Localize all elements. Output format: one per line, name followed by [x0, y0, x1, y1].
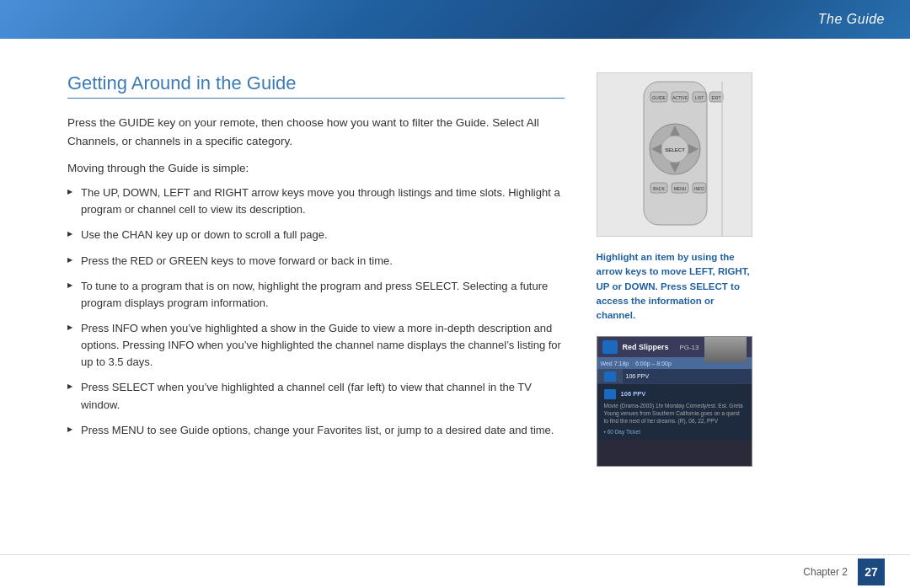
svg-text:EXIT: EXIT — [711, 95, 720, 100]
svg-text:GUIDE: GUIDE — [652, 95, 666, 100]
list-item: Press the RED or GREEN keys to move forw… — [67, 253, 565, 270]
guide-info-logo-icon — [604, 389, 616, 399]
guide-rating: PG-13 — [679, 344, 699, 351]
guide-header-bar: Red Slippers PG-13 — [597, 337, 752, 357]
guide-ticket: ▪ 60 Day Ticket — [604, 429, 745, 435]
list-item: The UP, DOWN, LEFT and RIGHT arrow keys … — [67, 184, 565, 218]
guide-channel-name: 106 PPV — [623, 369, 752, 383]
image-column: GUIDE ACTIVE LIST EXIT — [590, 72, 758, 554]
intro-paragraph: Press the GUIDE key on your remote, then… — [67, 114, 565, 150]
guide-info-channel: 106 PPV — [604, 389, 745, 399]
list-item: Press MENU to see Guide options, change … — [67, 422, 565, 439]
page-number: 27 — [858, 559, 885, 585]
list-item: Press SELECT when you’ve highlighted a c… — [67, 379, 565, 413]
guide-logo-icon — [602, 340, 618, 354]
guide-channel-num — [597, 369, 623, 383]
remote-control-image: GUIDE ACTIVE LIST EXIT — [597, 72, 752, 237]
subheading: Moving through the Guide is simple: — [67, 162, 565, 174]
svg-text:SELECT: SELECT — [665, 147, 685, 152]
footer: Chapter 2 27 — [0, 554, 910, 588]
bullet-list: The UP, DOWN, LEFT and RIGHT arrow keys … — [67, 184, 565, 439]
guide-show-title: Red Slippers — [623, 343, 680, 351]
header-bar: The Guide — [0, 0, 910, 39]
guide-channel-row: 106 PPV — [597, 369, 752, 384]
chapter-label: Chapter 2 — [803, 566, 848, 578]
section-title: Getting Around in the Guide — [67, 72, 565, 99]
guide-screenshot: Red Slippers PG-13 Wed 7:18p 6:00p – 8:0… — [597, 336, 752, 467]
guide-channel-name-text: 106 PPV — [626, 373, 650, 379]
list-item: To tune to a program that is on now, hig… — [67, 278, 565, 312]
guide-info-description: Movie (Drama-2003) 1hr Monday Comedy/est… — [604, 402, 745, 425]
list-item: Press INFO when you’ve highlighted a sho… — [67, 320, 565, 371]
header-title: The Guide — [818, 12, 885, 27]
guide-time: Wed 7:18p 6:00p – 8:00p — [601, 361, 672, 366]
svg-text:BACK: BACK — [653, 186, 665, 191]
svg-text:MENU: MENU — [673, 186, 686, 191]
svg-text:LIST: LIST — [694, 95, 704, 100]
remote-caption: Highlight an item by using the arrow key… — [597, 250, 752, 323]
main-content: Getting Around in the Guide Press the GU… — [0, 39, 910, 588]
text-column: Getting Around in the Guide Press the GU… — [67, 72, 590, 554]
svg-text:INFO: INFO — [694, 186, 704, 191]
svg-text:ACTIVE: ACTIVE — [672, 95, 688, 100]
list-item: Use the CHAN key up or down to scroll a … — [67, 227, 565, 243]
guide-info-area: 106 PPV Movie (Drama-2003) 1hr Monday Co… — [597, 384, 752, 439]
